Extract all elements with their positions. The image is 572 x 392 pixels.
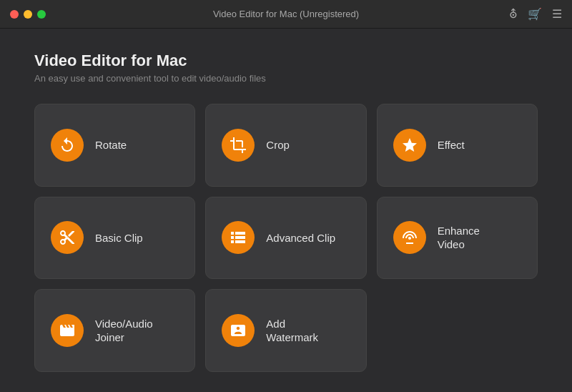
advanced-clip-icon-wrap [222,221,255,254]
titlebar: Video Editor for Mac (Unregistered) ⛢ 🛒 … [0,0,572,29]
cart-icon[interactable]: 🛒 [528,7,542,21]
advanced-clip-label: Advanced Clip [266,231,335,245]
rotate-icon [59,137,76,154]
basic-clip-label: Basic Clip [95,231,143,245]
basic-clip-icon-wrap [51,221,84,254]
joiner-label: Video/AudioJoiner [95,317,153,345]
rotate-card[interactable]: Rotate [34,104,195,187]
enhance-icon [401,229,418,246]
advanced-clip-card[interactable]: Advanced Clip [205,197,366,280]
watermark-label: AddWatermark [266,317,318,345]
effect-icon-wrap [393,129,426,162]
scissors-icon [59,229,76,246]
video-audio-joiner-card[interactable]: Video/AudioJoiner [34,289,195,372]
titlebar-actions: ⛢ 🛒 ☰ [509,7,562,21]
window-title: Video Editor for Mac (Unregistered) [213,9,359,19]
close-button[interactable] [10,10,19,19]
watermark-icon [230,322,247,339]
maximize-button[interactable] [37,10,46,19]
crop-icon-wrap [222,129,255,162]
basic-clip-card[interactable]: Basic Clip [34,197,195,280]
enhance-video-card[interactable]: EnhanceVideo [377,197,538,280]
crop-icon [230,137,247,154]
rotate-label: Rotate [95,138,127,152]
effect-card[interactable]: Effect [377,104,538,187]
feature-grid: Rotate Crop Effect [34,104,538,372]
rotate-icon-wrap [51,129,84,162]
enhance-video-label: EnhanceVideo [438,224,480,252]
app-subtitle: An easy use and convenient tool to edit … [34,73,538,84]
effect-label: Effect [438,138,465,152]
effect-icon [401,137,418,154]
app-title: Video Editor for Mac [34,52,538,70]
minimize-button[interactable] [24,10,32,19]
enhance-video-icon-wrap [393,221,426,254]
traffic-lights [10,10,46,19]
menu-icon[interactable]: ☰ [552,7,562,21]
main-content: Video Editor for Mac An easy use and con… [0,29,572,392]
crop-label: Crop [266,138,290,152]
watermark-icon-wrap [222,314,255,347]
advanced-clip-icon [230,229,247,246]
add-watermark-card[interactable]: AddWatermark [205,289,366,372]
key-icon[interactable]: ⛢ [509,7,518,21]
joiner-icon [59,322,76,339]
crop-card[interactable]: Crop [205,104,366,187]
joiner-icon-wrap [51,314,84,347]
